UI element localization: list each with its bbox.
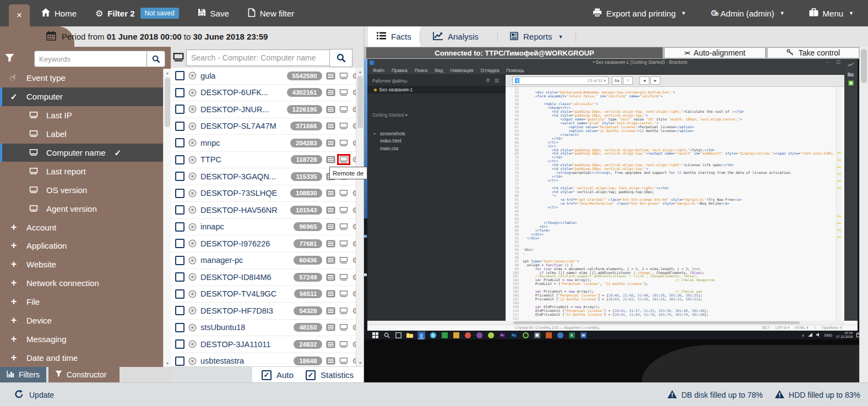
sidebar-item-agent-version[interactable]: Agent version	[0, 199, 163, 218]
sidebar-item-os-version[interactable]: OS version	[0, 180, 163, 199]
computer-row[interactable]: DESKTOP-HAV56NR101543⚙⚙	[171, 202, 356, 219]
row-checkbox[interactable]	[175, 239, 185, 248]
auto-checkbox[interactable]: ✓ Auto	[262, 367, 294, 383]
target-icon[interactable]	[188, 340, 197, 348]
scrollbar-thumb[interactable]	[513, 321, 800, 324]
computer-search-input[interactable]	[186, 50, 335, 66]
regex-button[interactable]: .*	[623, 76, 633, 85]
filter-button[interactable]: ⚙ Filter 2 Not saved	[95, 0, 179, 26]
tab-analysis[interactable]: Analysis	[424, 26, 487, 47]
computer-row[interactable]: DESKTOP-TV4L9GC56511⚙⚙	[171, 286, 356, 303]
settings-gears-icon[interactable]: ⚙⚙	[352, 223, 356, 231]
computer-row[interactable]: manager-pc60436⚙⚙	[171, 253, 356, 270]
brackets-menu-item[interactable]: Поиск	[415, 68, 428, 73]
computer-name[interactable]: DESTOP-3JA11011	[200, 340, 270, 349]
taskbar-icon-camera[interactable]	[522, 332, 529, 338]
details-icon[interactable]	[326, 139, 335, 147]
taskbar-icon-task-view[interactable]	[395, 332, 402, 338]
taskbar-icon-lightshot[interactable]	[487, 332, 494, 338]
statusbar-item[interactable]: UTF-8 ▾	[775, 326, 789, 330]
sidebar-scrollbar[interactable]: ▲ ▼	[163, 69, 171, 367]
settings-gears-icon[interactable]: ⚙⚙	[352, 139, 356, 147]
row-checkbox[interactable]	[175, 105, 185, 114]
save-button[interactable]: Save	[198, 0, 229, 26]
sidebar-item-computer[interactable]: ✓Computer	[0, 87, 163, 106]
target-icon[interactable]	[188, 105, 197, 113]
settings-gears-icon[interactable]: ⚙⚙	[352, 341, 356, 348]
computer-name[interactable]: stsUbuntu18	[200, 323, 245, 332]
settings-gears-icon[interactable]: ⚙⚙	[352, 72, 356, 80]
row-checkbox[interactable]	[175, 189, 185, 198]
computer-row[interactable]: usbtestastra18648⚙⚙	[171, 353, 356, 367]
computer-row[interactable]: innapc96965⚙⚙	[171, 219, 356, 236]
details-icon[interactable]	[326, 307, 335, 315]
live-preview-icon[interactable]	[847, 62, 854, 68]
computer-name[interactable]: DESKTOP-I976226	[200, 239, 270, 248]
gear-icon[interactable]: ⚙	[486, 78, 490, 83]
clock[interactable]: 16:16 17.12.2018	[836, 331, 853, 339]
target-icon[interactable]	[188, 89, 197, 97]
taskbar-icon-premiere[interactable]: Pr	[499, 332, 506, 338]
case-sensitive-button[interactable]: Aa	[612, 76, 622, 85]
details-icon[interactable]	[326, 240, 335, 248]
row-checkbox[interactable]	[175, 256, 185, 265]
computer-name[interactable]: DESKTOP-73SLHQE	[200, 189, 277, 197]
sidebar-item-computer-name[interactable]: Computer name✓	[0, 144, 163, 162]
computer-name[interactable]: DESKTOP-JNUR...	[200, 105, 269, 114]
details-icon[interactable]	[326, 223, 335, 231]
brackets-menu-item[interactable]: Вид	[435, 68, 443, 73]
target-icon[interactable]	[188, 72, 197, 80]
computer-row[interactable]: DESKTOP-SL7A47M371666⚙⚙	[171, 118, 356, 135]
details-icon[interactable]	[326, 106, 335, 113]
remote-desktop-icon[interactable]	[339, 274, 348, 281]
target-icon[interactable]	[188, 172, 197, 180]
details-icon[interactable]	[326, 156, 335, 163]
computer-row[interactable]: gula5542590⚙⚙	[171, 68, 356, 85]
horizontal-scrollbar[interactable]	[367, 321, 844, 325]
scroll-down-icon[interactable]: ▼	[356, 359, 364, 366]
code-area[interactable]: 5253 <div style="background:#ebebeb; mar…	[506, 87, 836, 321]
scrollbar-thumb[interactable]	[357, 76, 363, 128]
settings-gears-icon[interactable]: ⚙⚙	[352, 206, 356, 214]
sidebar-item-label[interactable]: Label	[0, 125, 163, 144]
remote-desktop-icon[interactable]	[339, 223, 348, 230]
target-icon[interactable]	[188, 156, 197, 164]
export-printing-menu[interactable]: Export and printing ▼	[593, 0, 686, 26]
new-filter-button[interactable]: New filter	[248, 0, 295, 26]
computer-name[interactable]: DESKTOP-HF7D8I3	[200, 306, 273, 315]
target-icon[interactable]	[188, 239, 197, 248]
file-tree-item-screenshots[interactable]: ▸screenshots	[367, 130, 506, 137]
computer-name[interactable]: DESKTOP-SL7A47M	[200, 122, 276, 130]
taskbar-icon-skype[interactable]: S	[430, 332, 436, 338]
file-tree-item-index.html[interactable]: index.html	[367, 138, 506, 145]
computer-name[interactable]: DESKTOP-3GAQN...	[200, 172, 276, 181]
remote-desktop-icon[interactable]	[339, 324, 348, 331]
target-icon[interactable]	[188, 323, 197, 332]
tab-filters[interactable]: Filters	[0, 367, 46, 382]
row-checkbox[interactable]	[175, 339, 185, 349]
computer-row[interactable]: DESKTOP-3GAQN...115335⚙⚙	[171, 168, 356, 185]
row-checkbox[interactable]	[175, 172, 185, 181]
update-button[interactable]: Update	[14, 383, 54, 406]
settings-gears-icon[interactable]: ⚙⚙	[352, 307, 356, 315]
taskbar-icon-chrome[interactable]	[464, 332, 471, 338]
remote-desktop-icon[interactable]	[339, 207, 348, 213]
target-icon[interactable]	[188, 273, 197, 281]
row-checkbox[interactable]	[175, 122, 185, 131]
network-icon[interactable]	[808, 333, 812, 337]
project-dropdown[interactable]: Getting Started ▾	[372, 112, 408, 118]
target-icon[interactable]	[188, 189, 197, 197]
computer-name[interactable]: mnpc	[200, 139, 220, 147]
sidebar-item-account[interactable]: +Account	[0, 218, 163, 237]
computer-name[interactable]: TTPC	[200, 155, 221, 164]
details-icon[interactable]	[326, 122, 335, 130]
keywords-input[interactable]	[34, 51, 151, 67]
brackets-menu-item[interactable]: Отладка	[481, 68, 500, 73]
computer-name[interactable]: manager-pc	[200, 256, 243, 265]
statusbar-item[interactable]: HTML ▾	[795, 326, 808, 330]
remote-desktop-icon[interactable]	[339, 123, 348, 129]
file-tree-item-main.css[interactable]: main.css	[367, 145, 506, 152]
sidebar-item-network-connection[interactable]: +Network connection	[0, 274, 163, 293]
details-icon[interactable]	[326, 189, 335, 197]
sidebar-item-application[interactable]: +Application	[0, 237, 163, 255]
